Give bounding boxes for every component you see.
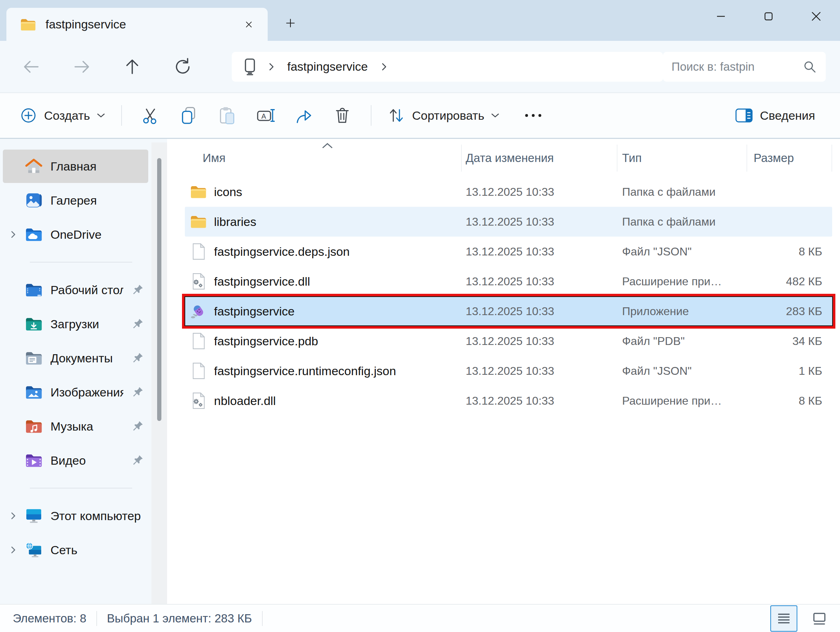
this-pc-monitor-icon[interactable] [241, 58, 259, 76]
file-size: 8 КБ [747, 245, 832, 258]
sidebar-scrollbar-track [152, 142, 167, 604]
file-row[interactable]: nbloader.dll13.12.2025 10:33Расширение п… [185, 386, 832, 416]
refresh-button[interactable] [166, 50, 200, 84]
folder-music-icon [25, 418, 43, 435]
breadcrumb-chevron-icon[interactable] [266, 61, 276, 72]
file-row[interactable]: fastpingservice.dll13.12.2025 10:33Расши… [185, 266, 832, 296]
file-row[interactable]: icons13.12.2025 10:33Папка с файлами [185, 177, 832, 207]
chevron-right-icon[interactable] [3, 499, 24, 533]
back-button[interactable] [14, 50, 48, 84]
svg-text:A: A [262, 112, 267, 120]
file-row[interactable]: libraries13.12.2025 10:33Папка с файлами [185, 207, 832, 236]
more-options-button[interactable] [520, 102, 546, 128]
selection-summary-text: Выбран 1 элемент: 283 КБ [107, 612, 252, 625]
chevron-right-icon[interactable] [3, 533, 24, 567]
cut-button[interactable] [137, 102, 163, 128]
file-row[interactable]: fastpingservice13.12.2025 10:33Приложени… [185, 296, 832, 326]
column-headers: Имя Дата изменения Тип Размер [185, 139, 832, 177]
tab-close-icon[interactable] [239, 15, 259, 34]
maximize-button[interactable] [745, 0, 793, 33]
file-name: fastpingservice.runtimeconfig.json [214, 364, 396, 378]
file-name: fastpingservice.pdb [214, 334, 318, 348]
sidebar-item-галерея[interactable]: Галерея [3, 184, 148, 217]
file-name: icons [214, 185, 242, 199]
file-explorer-window: fastpingservice [0, 0, 840, 632]
file-name-cell: icons [185, 183, 461, 200]
sidebar-item-label: Рабочий стол [51, 283, 123, 297]
tab-fastpingservice[interactable]: fastpingservice [6, 8, 268, 41]
delete-button[interactable] [330, 102, 355, 128]
breadcrumb-chevron-icon[interactable] [379, 61, 389, 72]
expander-spacer [3, 307, 24, 341]
column-header-date[interactable]: Дата изменения [461, 147, 617, 169]
new-button[interactable]: Создать [13, 102, 112, 129]
search-input[interactable] [671, 60, 802, 74]
file-row[interactable]: fastpingservice.pdb13.12.2025 10:33Файл … [185, 326, 832, 356]
file-date: 13.12.2025 10:33 [461, 245, 617, 258]
breadcrumb-segment[interactable]: fastpingservice [284, 60, 371, 74]
sidebar-item-загрузки[interactable]: Загрузки [3, 307, 148, 341]
folder-icon [190, 213, 207, 230]
file-row[interactable]: fastpingservice.deps.json13.12.2025 10:3… [185, 236, 832, 266]
pin-icon [131, 318, 144, 330]
column-header-size[interactable]: Размер [747, 147, 832, 169]
sidebar: ГлавнаяГалереяOneDriveРабочий столЗагруз… [0, 139, 167, 604]
file-name: nbloader.dll [214, 394, 276, 408]
file-date: 13.12.2025 10:33 [461, 364, 617, 378]
sidebar-item-onedrive[interactable]: OneDrive [3, 218, 148, 251]
chevron-right-icon[interactable] [3, 218, 24, 251]
close-button[interactable] [793, 0, 840, 33]
copy-button[interactable] [176, 102, 202, 128]
sidebar-scrollbar-thumb[interactable] [157, 158, 161, 421]
search-icon [802, 59, 817, 74]
sidebar-item-музыка[interactable]: Музыка [3, 410, 148, 443]
onedrive-icon [25, 225, 43, 243]
sidebar-item-документы[interactable]: Документы [3, 341, 148, 375]
toolbar-separator [371, 105, 371, 126]
sidebar-item-рабочий-стол[interactable]: Рабочий стол [3, 273, 148, 307]
sidebar-item-label: Сеть [51, 543, 142, 557]
paste-button[interactable] [214, 102, 240, 128]
sort-button-label: Сортировать [412, 109, 484, 123]
file-type: Файл "JSON" [617, 364, 747, 378]
sidebar-item-видео[interactable]: Видео [3, 444, 148, 477]
chevron-down-icon [491, 113, 500, 118]
sidebar-item-label: Изображения [51, 385, 123, 399]
minimize-button[interactable] [697, 0, 745, 33]
details-view-button[interactable] [771, 605, 797, 632]
expander-spacer [3, 341, 24, 375]
file-date: 13.12.2025 10:33 [461, 394, 617, 407]
rename-button[interactable]: A [253, 102, 278, 128]
forward-button[interactable] [65, 50, 99, 84]
up-button[interactable] [115, 50, 149, 84]
details-pane-button[interactable]: Сведения [728, 103, 821, 128]
file-type: Расширение при… [617, 275, 747, 288]
navigation-bar: fastpingservice [0, 41, 840, 92]
file-name: libraries [214, 215, 256, 229]
sort-button[interactable]: Сортировать [381, 102, 506, 129]
column-header-type[interactable]: Тип [617, 147, 747, 169]
file-name-cell: fastpingservice.runtimeconfig.json [185, 362, 461, 380]
status-separator [96, 611, 97, 626]
file-size: 482 КБ [747, 275, 832, 288]
file-size: 1 КБ [747, 364, 832, 378]
sidebar-item-сеть[interactable]: Сеть [3, 533, 148, 567]
address-bar[interactable]: fastpingservice [232, 52, 663, 82]
sidebar-item-label: Загрузки [51, 317, 123, 331]
pin-icon [131, 454, 144, 467]
folder-icon [190, 183, 207, 200]
new-tab-button[interactable] [280, 13, 301, 33]
large-icons-view-button[interactable] [806, 605, 833, 632]
sidebar-item-этот-компьютер[interactable]: Этот компьютер [3, 499, 148, 533]
file-row[interactable]: fastpingservice.runtimeconfig.json13.12.… [185, 356, 832, 386]
expander-spacer [3, 410, 24, 443]
expander-spacer [3, 375, 24, 409]
sidebar-item-изображения[interactable]: Изображения [3, 375, 148, 409]
window-controls [697, 0, 840, 33]
share-button[interactable] [291, 102, 317, 128]
sidebar-item-главная[interactable]: Главная [3, 150, 148, 183]
pin-icon [131, 386, 144, 399]
sidebar-item-label: OneDrive [51, 228, 142, 241]
column-header-name[interactable]: Имя [185, 147, 461, 169]
pin-icon [131, 352, 144, 364]
